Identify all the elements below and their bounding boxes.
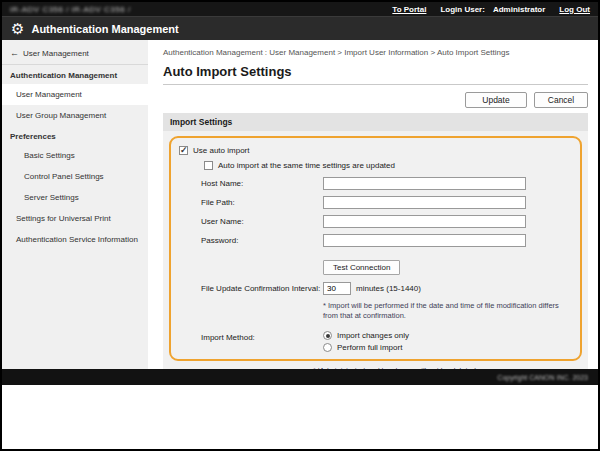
- login-user-value: Administrator: [493, 5, 545, 14]
- empty-area: [2, 385, 598, 449]
- sidebar-section-preferences: Preferences: [2, 126, 148, 145]
- sidebar-item-server-settings[interactable]: Server Settings: [2, 187, 148, 208]
- host-name-row: Host Name:: [201, 177, 572, 190]
- password-row: Password:: [201, 234, 572, 247]
- login-user-label: Login User:: [440, 5, 484, 14]
- sidebar-back-user-management[interactable]: ← User Management: [2, 42, 148, 65]
- topbar-links: To Portal Login User: Administrator Log …: [392, 5, 590, 14]
- import-changes-only-radio[interactable]: [323, 331, 332, 340]
- interval-input[interactable]: [323, 282, 351, 295]
- sidebar-item-auth-service-information[interactable]: Authentication Service Information: [2, 229, 148, 250]
- sidebar-section-authentication-management: Authentication Management: [2, 65, 148, 84]
- host-name-label: Host Name:: [201, 179, 323, 188]
- password-input[interactable]: [323, 234, 526, 247]
- to-portal-link[interactable]: To Portal: [392, 5, 426, 14]
- user-name-input[interactable]: [323, 215, 526, 228]
- use-auto-import-row: Use auto import: [179, 146, 572, 155]
- update-button[interactable]: Update: [465, 92, 527, 108]
- main-content: Authentication Management : User Managem…: [148, 40, 598, 369]
- login-user: Login User: Administrator: [440, 5, 545, 14]
- page-title: Auto Import Settings: [163, 64, 588, 85]
- use-auto-import-label: Use auto import: [193, 146, 249, 155]
- user-name-label: User Name:: [201, 217, 323, 226]
- sidebar-item-settings-universal-print[interactable]: Settings for Universal Print: [2, 208, 148, 229]
- footer-bar: Copyright CANON INC. 2023: [2, 369, 598, 385]
- file-path-label: File Path:: [201, 198, 323, 207]
- interval-suffix: minutes (15-1440): [356, 284, 421, 293]
- perform-full-import-label: Perform full import: [337, 343, 402, 352]
- import-changes-only-option[interactable]: Import changes only: [323, 331, 409, 340]
- interval-label: File Update Confirmation Interval:: [201, 284, 323, 293]
- host-name-input[interactable]: [323, 177, 526, 190]
- perform-full-import-radio[interactable]: [323, 343, 332, 352]
- auto-import-same-time-row: Auto import at the same time settings ar…: [204, 161, 572, 170]
- file-path-row: File Path:: [201, 196, 572, 209]
- app-title: Authentication Management: [31, 23, 178, 35]
- log-out-link[interactable]: Log Out: [559, 5, 590, 14]
- auto-import-fieldset: Use auto import Auto import at the same …: [169, 136, 582, 361]
- page-body: ← User Management Authentication Managem…: [2, 40, 598, 369]
- top-bar: iR-ADV C356 / iR-ADV C356 / To Portal Lo…: [2, 2, 598, 16]
- import-method-row: Import Method: Import changes only Perfo…: [201, 331, 572, 352]
- interval-note: * Import will be performed if the date a…: [323, 301, 572, 321]
- sidebar-item-basic-settings[interactable]: Basic Settings: [2, 145, 148, 166]
- test-connection-button[interactable]: Test Connection: [323, 260, 400, 275]
- import-changes-only-label: Import changes only: [337, 331, 409, 340]
- cancel-button[interactable]: Cancel: [534, 92, 588, 108]
- auto-import-same-time-label: Auto import at the same time settings ar…: [218, 161, 395, 170]
- import-method-options: Import changes only Perform full import: [323, 331, 409, 352]
- interval-row: File Update Confirmation Interval: minut…: [201, 282, 572, 295]
- back-arrow-icon: ←: [10, 48, 19, 58]
- breadcrumb: Authentication Management : User Managem…: [163, 46, 588, 57]
- copyright-blurred: Copyright CANON INC. 2023: [497, 374, 588, 381]
- action-buttons: Update Cancel: [163, 92, 588, 108]
- sidebar-item-control-panel-settings[interactable]: Control Panel Settings: [2, 166, 148, 187]
- test-connection-row: Test Connection: [323, 256, 572, 275]
- gear-icon: ⚙: [11, 21, 24, 36]
- sidebar-item-user-management[interactable]: User Management: [2, 84, 148, 105]
- import-settings-header: Import Settings: [163, 113, 588, 131]
- perform-full-import-option[interactable]: Perform full import: [323, 343, 409, 352]
- sidebar-back-label: User Management: [23, 49, 89, 58]
- use-auto-import-checkbox[interactable]: [179, 146, 188, 155]
- import-settings-section: Import Settings Use auto import Auto imp…: [163, 113, 588, 385]
- import-method-label: Import Method:: [201, 331, 323, 352]
- app-title-bar: ⚙ Authentication Management: [2, 16, 598, 40]
- device-name-blurred: iR-ADV C356 / iR-ADV C356 /: [10, 5, 131, 14]
- file-path-input[interactable]: [323, 196, 526, 209]
- auto-import-same-time-checkbox[interactable]: [204, 161, 213, 170]
- password-label: Password:: [201, 236, 323, 245]
- sidebar-item-user-group-management[interactable]: User Group Management: [2, 105, 148, 126]
- sidebar: ← User Management Authentication Managem…: [2, 40, 148, 369]
- remote-ui-window: iR-ADV C356 / iR-ADV C356 / To Portal Lo…: [0, 0, 600, 451]
- user-name-row: User Name:: [201, 215, 572, 228]
